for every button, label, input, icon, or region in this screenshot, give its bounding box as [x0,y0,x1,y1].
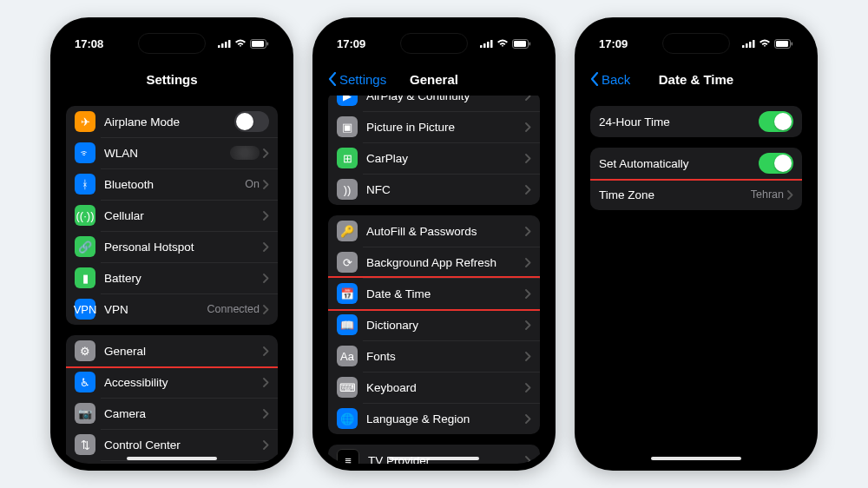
row-general[interactable]: ⚙General [66,335,278,366]
row-nfc[interactable]: ))NFC [328,174,540,205]
cellular-signal-icon [218,39,231,48]
fonts-icon: Aa [337,346,358,366]
row-detail: Tehran [751,188,784,201]
wifi-icon [496,39,509,48]
nav-bar: Back Date & Time [582,63,811,96]
toggle-switch[interactable] [234,111,269,132]
home-indicator[interactable] [389,457,479,460]
row-background-app-refresh[interactable]: ⟳Background App Refresh [328,247,540,278]
obscured-value [230,146,260,160]
row-wlan[interactable]: ᯤWLAN [66,137,278,168]
back-button[interactable]: Settings [328,72,386,87]
nav-bar: Settings General [319,63,549,96]
svg-rect-14 [742,45,745,48]
vpn-icon: VPN [75,299,95,320]
row-airplane-mode[interactable]: ✈Airplane Mode [66,106,278,137]
svg-rect-19 [776,41,788,47]
datetime-content[interactable]: 24-Hour Time Set AutomaticallyTime ZoneT… [582,96,811,464]
row-autofill-passwords[interactable]: 🔑AutoFill & Passwords [328,215,540,247]
row-battery[interactable]: ▮Battery [66,262,278,293]
chevron-right-icon [263,346,269,356]
book-icon: 📖 [337,314,358,335]
row-keyboard[interactable]: ⌨Keyboard [328,372,540,403]
chevron-right-icon [263,440,269,450]
wifi-icon: ᯤ [75,142,95,163]
row-fonts[interactable]: AaFonts [328,340,540,372]
chevron-right-icon [263,274,269,283]
calendar-icon: 📅 [337,283,358,304]
svg-rect-10 [490,40,493,48]
svg-rect-0 [218,45,220,48]
chevron-right-icon [525,383,531,392]
accessibility-icon: ♿︎ [75,372,95,392]
chevron-right-icon [263,148,269,158]
row-dictionary[interactable]: 📖Dictionary [328,309,540,340]
row-language-region[interactable]: 🌐Language & Region [328,403,540,434]
back-label: Settings [339,72,386,87]
row-label: Fonts [366,350,525,363]
status-indicators [742,39,793,49]
general-content[interactable]: ▶AirPlay & Continuity▣Picture in Picture… [319,96,549,464]
row-label: Camera [104,407,263,420]
toggle-switch[interactable] [759,153,793,174]
row-label: Set Automatically [599,157,759,170]
row-personal-hotspot[interactable]: 🔗Personal Hotspot [66,231,278,262]
row-set-automatically[interactable]: Set Automatically [590,148,802,179]
key-icon: 🔑 [337,221,358,241]
nfc-icon: )) [337,179,358,200]
row-tv-provider[interactable]: ≡TV Provider [328,445,540,464]
row-camera[interactable]: 📷Camera [66,398,278,429]
row-carplay[interactable]: ⊞CarPlay [328,142,540,174]
switches-icon: ⇅ [75,434,95,455]
row-cellular[interactable]: ((·))Cellular [66,200,278,231]
dynamic-island [662,33,730,54]
row-control-center[interactable]: ⇅Control Center [66,429,278,460]
row-24-hour-time[interactable]: 24-Hour Time [590,106,802,137]
row-time-zone[interactable]: Time ZoneTehran [590,179,802,210]
row-picture-in-picture[interactable]: ▣Picture in Picture [328,111,540,142]
chevron-right-icon [787,190,793,200]
gear-icon: ⚙ [75,340,95,361]
chevron-right-icon [525,122,531,132]
chevron-right-icon [525,227,531,236]
row-display-brightness[interactable]: ☀Display & Brightness [66,460,278,464]
back-button[interactable]: Back [590,72,630,87]
status-time: 17:09 [599,37,628,50]
home-indicator[interactable] [127,457,217,460]
row-date-time[interactable]: 📅Date & Time [328,278,540,309]
chevron-right-icon [263,305,269,314]
svg-rect-17 [753,40,755,48]
status-time: 17:08 [75,37,103,50]
battery-icon [250,39,269,49]
row-label: CarPlay [366,152,525,165]
row-airplay-continuity[interactable]: ▶AirPlay & Continuity [328,96,540,111]
chevron-right-icon [263,409,269,419]
chevron-right-icon [525,185,531,195]
svg-rect-13 [529,42,531,45]
row-accessibility[interactable]: ♿︎Accessibility [66,366,278,398]
row-bluetooth[interactable]: ᚼBluetoothOn [66,168,278,200]
settings-content[interactable]: ✈Airplane ModeᯤWLANᚼBluetoothOn((·))Cell… [57,96,286,464]
wifi-icon [234,39,247,48]
toggle-switch[interactable] [759,111,793,132]
refresh-icon: ⟳ [337,252,358,273]
row-vpn[interactable]: VPNVPNConnected [66,293,278,325]
battery-icon [512,39,531,49]
row-label: VPN [104,303,207,316]
cellular-signal-icon [742,39,755,48]
svg-rect-20 [792,42,793,45]
dynamic-island [138,33,206,54]
antenna-icon: ((·)) [75,205,95,226]
home-indicator[interactable] [651,457,741,460]
chevron-right-icon [263,378,269,387]
row-label: General [104,345,263,358]
row-label: Accessibility [104,376,263,389]
status-time: 17:09 [337,37,365,50]
chevron-right-icon [525,320,531,330]
svg-rect-9 [487,42,490,48]
chevron-right-icon [263,180,269,189]
row-label: AirPlay & Continuity [366,96,525,102]
chevron-right-icon [525,289,531,299]
svg-rect-7 [480,45,483,48]
nav-bar: Settings [57,63,286,96]
